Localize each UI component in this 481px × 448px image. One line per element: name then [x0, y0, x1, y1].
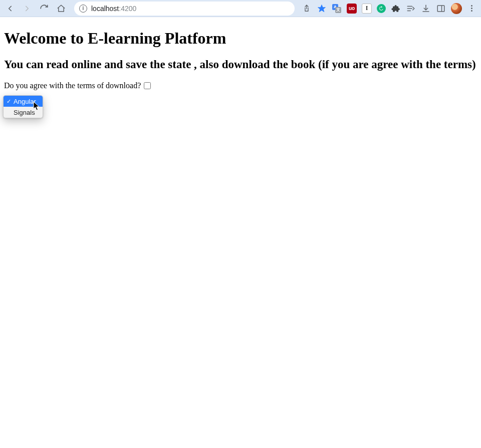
- book-select-dropdown[interactable]: ✓ Angular Signals: [3, 95, 43, 118]
- dropdown-option-label: Angular: [14, 98, 36, 105]
- downloads-icon[interactable]: [421, 4, 431, 14]
- terms-checkbox[interactable]: [144, 82, 151, 89]
- address-bar[interactable]: i localhost:4200: [74, 2, 295, 16]
- site-info-icon[interactable]: i: [79, 5, 87, 13]
- page-content: Welcome to E-learning Platform You can r…: [0, 17, 481, 94]
- svg-marker-0: [318, 5, 326, 12]
- ublock-extension-icon[interactable]: uo: [347, 4, 357, 14]
- check-icon: ✓: [6, 98, 12, 105]
- dropdown-option-label: Signals: [14, 109, 35, 116]
- svg-rect-5: [437, 6, 444, 12]
- bookmark-star-icon[interactable]: [317, 4, 327, 14]
- share-icon[interactable]: [302, 4, 312, 14]
- dropdown-option-angular[interactable]: ✓ Angular: [4, 96, 43, 107]
- back-button[interactable]: [3, 2, 17, 16]
- toolbar-right: A 文 uo I: [302, 3, 478, 14]
- translate-extension-icon[interactable]: A 文: [332, 4, 342, 14]
- terms-row: Do you agree with the terms of download?: [4, 81, 477, 90]
- url-host: localhost: [91, 5, 119, 13]
- browser-menu-icon[interactable]: [467, 4, 476, 13]
- profile-avatar[interactable]: [451, 3, 462, 14]
- translate-b: 文: [335, 7, 341, 13]
- reload-button[interactable]: [37, 2, 51, 16]
- url-port: :4200: [119, 5, 136, 13]
- browser-toolbar: i localhost:4200 A 文 uo I: [0, 0, 481, 17]
- extension-i-icon[interactable]: I: [362, 4, 372, 14]
- grammarly-extension-icon[interactable]: [377, 4, 386, 13]
- home-button[interactable]: [54, 2, 68, 16]
- reading-list-icon[interactable]: [406, 4, 416, 14]
- page-title: Welcome to E-learning Platform: [4, 29, 477, 48]
- forward-button[interactable]: [20, 2, 34, 16]
- page-subtitle: You can read online and save the state ,…: [4, 58, 477, 72]
- extensions-puzzle-icon[interactable]: [391, 4, 401, 14]
- dropdown-option-signals[interactable]: Signals: [4, 107, 43, 118]
- terms-label: Do you agree with the terms of download?: [4, 81, 141, 90]
- side-panel-icon[interactable]: [436, 4, 446, 14]
- url-text: localhost:4200: [91, 5, 136, 13]
